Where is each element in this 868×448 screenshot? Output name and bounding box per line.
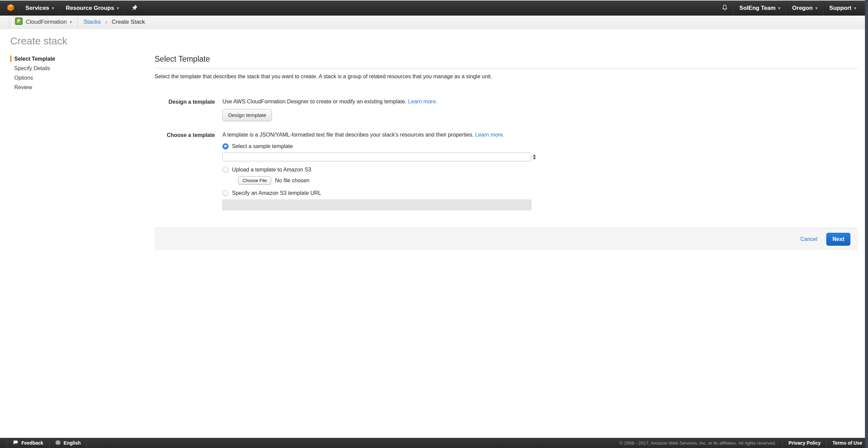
design-learn-more-link[interactable]: Learn more. (408, 99, 437, 104)
aws-logo[interactable] (0, 1, 19, 16)
chevron-down-icon (815, 6, 817, 10)
bell-icon (722, 4, 728, 13)
globe-icon (55, 440, 61, 446)
region-menu-label: Oregon (792, 5, 812, 12)
cancel-button[interactable]: Cancel (801, 236, 817, 242)
breadcrumb-current-page: Create Stack (112, 19, 145, 25)
feedback-bubble-icon (13, 440, 18, 446)
chevron-down-icon (117, 6, 119, 10)
step-options[interactable]: Options (10, 75, 55, 81)
cloudformation-service-menu[interactable]: CloudFormation (9, 16, 77, 28)
section-description: Select the template that describes the s… (155, 74, 858, 80)
language-label: English (64, 440, 81, 446)
design-template-content: Use AWS CloudFormation Designer to creat… (222, 99, 437, 121)
footer-bar: Feedback English © 2008 - 2017, Amazon W… (0, 438, 868, 448)
breadcrumb-divider (77, 16, 78, 28)
design-template-text: Use AWS CloudFormation Designer to creat… (222, 99, 407, 104)
design-template-button[interactable]: Design template (222, 109, 272, 121)
breadcrumb-left-gap (0, 16, 9, 28)
support-menu[interactable]: Support (824, 1, 862, 16)
design-template-row: Design a template Use AWS CloudFormation… (155, 99, 858, 121)
copyright-text: © 2008 - 2017, Amazon Web Services, Inc.… (619, 441, 783, 446)
support-menu-label: Support (829, 5, 851, 12)
breadcrumb: CloudFormation Stacks Create Stack (0, 16, 868, 29)
services-menu-label: Services (25, 5, 49, 12)
section-heading: Select Template (155, 55, 858, 64)
services-menu[interactable]: Services (20, 1, 60, 16)
page-title: Create stack (10, 35, 67, 47)
design-template-label: Design a template (155, 99, 215, 121)
s3-url-radio[interactable] (222, 190, 229, 196)
pin-shortcut-button[interactable] (125, 1, 144, 16)
top-nav-bar: Services Resource Groups (0, 0, 868, 16)
wizard-action-bar: Cancel Next (155, 228, 858, 250)
next-button[interactable]: Next (826, 233, 850, 246)
chevron-down-icon (854, 6, 856, 10)
breadcrumb-separator-icon (105, 18, 107, 26)
choose-template-row: Choose a template A template is a JSON/Y… (155, 132, 858, 210)
choose-template-content: A template is a JSON/YAML-formatted text… (222, 132, 536, 210)
sample-template-radio[interactable] (222, 143, 229, 149)
privacy-policy-link[interactable]: Privacy Policy (782, 438, 826, 448)
region-menu[interactable]: Oregon (786, 1, 823, 16)
chevron-down-icon (70, 20, 72, 24)
main-content: Select Template Select the template that… (155, 55, 858, 250)
step-review[interactable]: Review (10, 84, 55, 90)
heading-divider (155, 68, 858, 68)
design-template-description: Use AWS CloudFormation Designer to creat… (222, 99, 437, 105)
no-file-chosen-text: No file chosen (275, 178, 309, 184)
aws-cube-icon (7, 4, 14, 13)
cloudformation-icon (15, 17, 23, 27)
sample-template-radio-row: Select a sample template (222, 143, 536, 150)
breadcrumb-service-label: CloudFormation (26, 19, 67, 25)
choose-learn-more-link[interactable]: Learn more. (475, 132, 504, 138)
step-specify-details[interactable]: Specify Details (10, 65, 55, 72)
sample-template-select-wrap (222, 152, 536, 161)
chevron-down-icon (52, 6, 54, 10)
resource-groups-menu-label: Resource Groups (66, 5, 114, 12)
sample-template-radio-label[interactable]: Select a sample template (232, 143, 293, 149)
chevron-down-icon (778, 6, 780, 10)
file-upload-row: Choose File No file chosen (238, 176, 536, 185)
upload-template-radio-row: Upload a template to Amazon S3 (222, 166, 536, 173)
s3-template-url-input[interactable] (222, 200, 531, 210)
wizard-steps-sidebar: Select Template Specify Details Options … (10, 56, 55, 94)
step-select-template[interactable]: Select Template (10, 56, 55, 62)
footer-right: © 2008 - 2017, Amazon Web Services, Inc.… (619, 438, 868, 448)
account-menu-label: SolEng Team (739, 5, 775, 12)
account-menu[interactable]: SolEng Team (734, 1, 786, 16)
choose-template-label: Choose a template (155, 132, 215, 210)
terms-of-use-link[interactable]: Terms of Use (826, 438, 868, 448)
breadcrumb-stacks-link[interactable]: Stacks (83, 19, 101, 25)
s3-url-radio-label[interactable]: Specify an Amazon S3 template URL (232, 190, 321, 196)
feedback-label: Feedback (21, 440, 43, 446)
feedback-button[interactable]: Feedback (7, 438, 50, 448)
notifications-button[interactable] (716, 1, 733, 16)
language-button[interactable]: English (50, 438, 87, 448)
sample-template-select[interactable] (222, 152, 531, 161)
top-nav-left: Services Resource Groups (0, 1, 144, 16)
upload-template-radio[interactable] (222, 167, 229, 173)
upload-template-radio-label[interactable]: Upload a template to Amazon S3 (232, 167, 311, 173)
choose-file-button[interactable]: Choose File (238, 176, 271, 185)
choose-template-description: A template is a JSON/YAML-formatted text… (222, 132, 536, 138)
pin-icon (132, 4, 138, 12)
choose-template-text: A template is a JSON/YAML-formatted text… (222, 132, 474, 138)
vertical-scrollbar[interactable] (865, 0, 868, 448)
top-nav-right: SolEng Team Oregon Support (716, 1, 868, 16)
s3-url-radio-row: Specify an Amazon S3 template URL (222, 190, 536, 197)
select-stepper-icon (533, 155, 536, 160)
resource-groups-menu[interactable]: Resource Groups (60, 1, 125, 16)
